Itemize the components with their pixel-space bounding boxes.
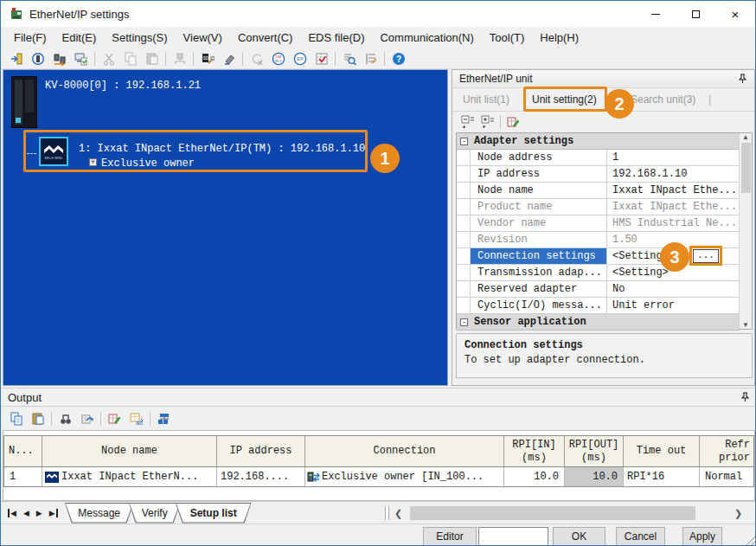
menu-help[interactable]: Help(H): [532, 27, 586, 48]
connection-settings-ellipsis-button[interactable]: ...: [693, 249, 719, 263]
sheet-tab-verify[interactable]: Verify: [129, 503, 181, 524]
pin-icon[interactable]: [738, 74, 747, 84]
help-icon[interactable]: ?: [388, 49, 409, 68]
sd-card-tool-icon[interactable]: SD: [196, 49, 218, 68]
tab-unit-list[interactable]: Unit list(1): [463, 93, 509, 106]
sheet-tab-setup-list[interactable]: Setup list: [176, 503, 252, 524]
col-header-refresh-priority[interactable]: Refrprior: [700, 436, 753, 466]
grid-vertical-scrollbar[interactable]: ▲▼: [739, 133, 752, 329]
unit-list-table-icon[interactable]: [153, 409, 175, 428]
rename-icon[interactable]: ab: [125, 409, 147, 428]
col-header-connection[interactable]: Connection: [305, 436, 504, 466]
dm-rly-icon[interactable]: DMRLY: [267, 49, 289, 68]
splitter-handle[interactable]: [385, 506, 389, 520]
cancel-button[interactable]: Cancel: [616, 527, 665, 546]
import-unit-icon[interactable]: [5, 49, 27, 68]
pc-verify-icon[interactable]: [70, 49, 92, 68]
next-sheet-icon[interactable]: ▶: [36, 509, 42, 517]
menu-edit[interactable]: Edit(E): [54, 27, 105, 48]
jump-to-row-icon[interactable]: [76, 409, 98, 428]
col-header-node-name[interactable]: Node name: [42, 436, 217, 466]
menu-view[interactable]: View(V): [176, 27, 230, 48]
search-list-icon[interactable]: [338, 49, 360, 68]
col-header-no[interactable]: N...: [4, 436, 42, 466]
refresh-disabled-icon[interactable]: [246, 49, 267, 68]
menu-convert[interactable]: Convert(C): [230, 27, 301, 48]
menu-eds-file[interactable]: EDS file(D): [300, 27, 372, 48]
grid-row-cyclic-message[interactable]: Cyclic(I/O) messa...Unit error: [457, 298, 739, 314]
unit-station-icon[interactable]: [169, 49, 190, 68]
menu-settings[interactable]: Settings(S): [104, 27, 175, 48]
table-row[interactable]: 1 Ixxat INpact EtherN... 192.168.... Exc…: [4, 467, 753, 486]
eip-icon[interactable]: EIP: [289, 49, 311, 68]
menu-file[interactable]: File(F): [6, 27, 54, 48]
cell-ip-address[interactable]: 192.168....: [217, 467, 305, 486]
ok-button[interactable]: OK: [553, 527, 605, 546]
col-header-rpi-out[interactable]: RPI[OUT](ms): [565, 436, 624, 466]
last-sheet-icon[interactable]: ▶: [49, 509, 58, 517]
scrollbar-thumb[interactable]: [410, 506, 695, 520]
horizontal-scrollbar[interactable]: ❮ ❯: [385, 504, 745, 522]
cut-icon[interactable]: [98, 49, 119, 68]
grid-row-reserved-adapter[interactable]: Reserved adapterNo: [457, 281, 739, 298]
grid-row-ip-address[interactable]: IP address192.168.1.10: [457, 166, 739, 183]
tab-search-unit[interactable]: Search unit(3): [631, 93, 695, 106]
network-tree-panel[interactable]: KV-8000[0] : 192.168.1.21 MECH MIND 1: I…: [3, 69, 448, 386]
cell-rpi-in[interactable]: 10.0: [504, 467, 565, 486]
edit-cell-icon[interactable]: [104, 409, 125, 428]
paste-icon[interactable]: [141, 49, 163, 68]
first-sheet-icon[interactable]: ◀: [8, 509, 16, 517]
scroll-down-icon[interactable]: ▼: [742, 321, 749, 329]
editor-button[interactable]: Editor: [423, 527, 477, 546]
verify-list-icon[interactable]: [311, 49, 332, 68]
table-header-row: N... Node name IP address Connection RPI…: [4, 436, 753, 467]
cell-node-name[interactable]: Ixxat INpact EtherN...: [42, 467, 217, 486]
col-header-rpi-in[interactable]: RPI[IN](ms): [504, 436, 565, 466]
unit-monitor-icon[interactable]: [27, 49, 48, 68]
clean-unit-icon[interactable]: [218, 49, 240, 68]
col-header-time-out[interactable]: Time out: [624, 436, 700, 466]
sheet-tab-message[interactable]: Message: [65, 503, 134, 524]
scrollbar-track[interactable]: [405, 505, 732, 521]
copy-icon[interactable]: [5, 409, 27, 428]
cell-rpi-out[interactable]: 10.0: [565, 467, 624, 486]
find-icon[interactable]: [54, 409, 76, 428]
highlight-box-1: [23, 130, 368, 172]
col-header-ip-address[interactable]: IP address: [217, 436, 305, 466]
grid-section-row[interactable]: -Sensor application: [457, 314, 739, 331]
collapse-all-icon[interactable]: [458, 113, 477, 131]
cell-no[interactable]: 1: [4, 467, 42, 486]
transfer-units-icon[interactable]: [48, 49, 70, 68]
resize-grip[interactable]: [744, 534, 756, 546]
close-button[interactable]: ×: [715, 1, 755, 27]
cell-refresh-priority[interactable]: Normal: [700, 467, 753, 486]
list-setup-icon[interactable]: [360, 49, 381, 68]
pin-icon[interactable]: [740, 392, 750, 402]
apply-button[interactable]: Apply: [682, 527, 722, 546]
copy-icon[interactable]: [119, 49, 141, 68]
scrollbar-thumb[interactable]: [741, 143, 751, 193]
grid-row-connection-settings[interactable]: Connection settings<Setting>...: [457, 248, 739, 265]
prev-sheet-icon[interactable]: ◀: [23, 509, 29, 517]
menu-tool[interactable]: Tool(T): [482, 27, 532, 48]
plc-device-image[interactable]: [11, 76, 37, 128]
maximize-button[interactable]: [676, 1, 715, 27]
cell-connection[interactable]: Exclusive owner [IN_100...: [305, 467, 504, 486]
menu-communication[interactable]: Communication(N): [372, 27, 481, 48]
minimize-button[interactable]: [636, 1, 676, 27]
expand-all-icon[interactable]: [477, 113, 497, 131]
collapse-section-icon[interactable]: -: [460, 318, 468, 326]
grid-row-node-name[interactable]: Node nameIxxat INpact Ethe...: [457, 183, 739, 199]
collapse-section-icon[interactable]: -: [460, 138, 468, 145]
grid-row-node-address[interactable]: Node address1: [457, 150, 739, 166]
tree-root-node[interactable]: KV-8000[0] : 192.168.1.21: [45, 80, 201, 92]
status-field[interactable]: [478, 527, 548, 546]
grid-section-row[interactable]: -Adapter settings: [457, 133, 739, 150]
grid-row-transmission-adapter[interactable]: Transmission adap...<Setting>: [457, 265, 739, 281]
paste-icon[interactable]: [27, 409, 48, 428]
scroll-right-icon[interactable]: ❯: [732, 508, 745, 519]
edit-setting-icon[interactable]: [503, 113, 523, 131]
scroll-up-icon[interactable]: ▲: [742, 133, 749, 141]
scroll-left-icon[interactable]: ❮: [392, 508, 405, 519]
cell-time-out[interactable]: RPI*16: [624, 467, 700, 486]
